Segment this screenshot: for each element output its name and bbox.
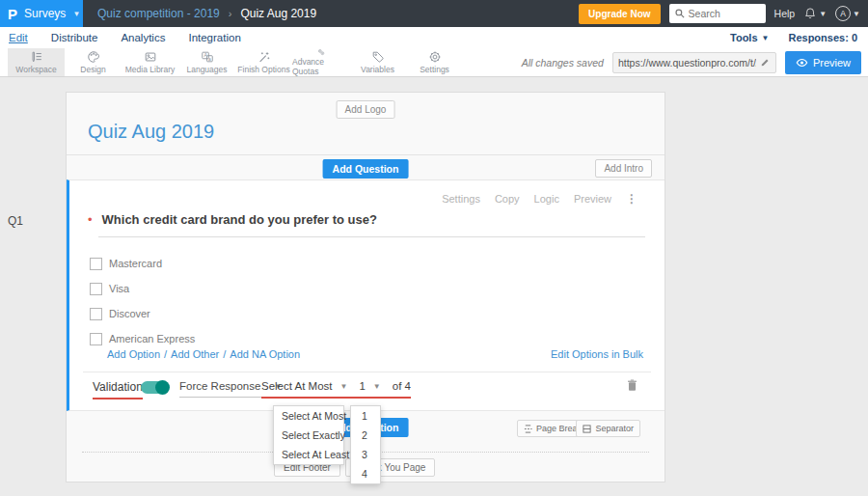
list-item: Mastercard [90,251,645,276]
workspace-canvas: Q1 Add Logo Quiz Aug 2019 Add Question A… [0,77,868,496]
toolbar-item-languages[interactable]: Aa Languages [178,48,235,76]
caret-down-icon: ▼ [853,10,860,18]
add-logo-button[interactable]: Add Logo [337,100,395,119]
breadcrumb-current-survey: Quiz Aug 2019 [240,7,316,20]
toggle-knob [155,380,170,395]
breadcrumb: Quiz competition - 2019 › Quiz Aug 2019 [97,7,316,20]
checkbox[interactable] [90,333,102,345]
nav-right: Tools▼ Responses: 0 [730,32,868,43]
design-icon [87,50,100,64]
settings-icon [428,50,442,64]
required-marker: • [88,213,93,226]
rule-count-dropdown[interactable]: 1 ▼ [359,380,380,392]
advance-quotas-icon [314,48,328,56]
header-divider [67,154,665,155]
menu-item-count-1[interactable]: 1 [351,406,380,426]
question-text[interactable]: Which credit card brand do you prefer to… [102,212,377,227]
validation-divider [83,372,651,372]
toolbar-right: All changes saved Preview [522,48,868,76]
media-library-icon [144,50,157,64]
tools-menu[interactable]: Tools▼ [730,32,769,43]
toolbar-item-workspace[interactable]: Workspace [8,48,65,76]
upgrade-now-button[interactable]: Upgrade Now [579,4,660,24]
toolbar-item-settings[interactable]: Settings [406,48,463,76]
question-divider [98,236,645,237]
topbar-actions: Upgrade Now Help ▼ A ▼ [579,4,868,24]
toolbar-item-finish-options[interactable]: Finish Options [235,48,292,76]
menu-item-count-4[interactable]: 4 [351,464,380,483]
rule-type-dropdown[interactable]: Select At Most ▼ [261,380,347,392]
toolbar-item-media-library[interactable]: Media Library [122,48,178,76]
account-menu[interactable]: A ▼ [835,6,860,21]
search-icon [674,8,686,19]
question-copy-link[interactable]: Copy [495,193,520,205]
svg-text:A: A [203,52,207,58]
tab-integration[interactable]: Integration [188,32,240,43]
languages-icon: Aa [201,50,214,64]
of-total-label: of 4 [393,380,411,392]
edit-url-pencil-icon[interactable] [760,57,771,68]
answer-options: Mastercard Visa Discover American Expres… [90,251,645,351]
rule-count-dropdown-menu: 1 2 3 4 [350,405,381,484]
section-nav: Edit Distribute Analytics Integration To… [0,27,868,48]
tab-analytics[interactable]: Analytics [121,32,165,43]
tab-distribute[interactable]: Distribute [51,32,98,43]
menu-item-select-exactly[interactable]: Select Exactly [274,426,343,445]
list-item: Visa [90,276,645,301]
list-item: Discover [90,301,645,326]
caret-down-icon: ▼ [373,382,381,391]
section-nav-links: Edit Distribute Analytics Integration [0,32,241,43]
questionpro-logo: P [8,6,17,22]
caret-down-icon: ▼ [819,10,827,18]
separator-button[interactable]: Separator [576,420,640,437]
editor-toolbar: Workspace Design Media Library Aa Langua… [0,48,868,77]
menu-item-select-at-most[interactable]: Select At Most [274,406,343,426]
toolbar-item-advance-quotas[interactable]: Advance Quotas [292,48,349,76]
survey-title[interactable]: Quiz Aug 2019 [88,121,214,143]
page-break-icon [524,425,532,433]
kebab-menu-icon[interactable]: ⋮ [626,192,637,206]
checkbox[interactable] [90,283,102,295]
preview-button[interactable]: Preview [785,51,861,74]
caret-down-icon: ▼ [762,34,770,42]
bell-icon [803,7,817,20]
trash-icon [626,378,638,392]
toolbar-item-variables[interactable]: Variables [349,48,406,76]
toolbar-item-design[interactable]: Design [65,48,122,76]
survey-url-input[interactable] [618,57,756,69]
add-other-link[interactable]: Add Other [171,348,219,360]
question-settings-link[interactable]: Settings [442,193,480,205]
responses-count-link[interactable]: Responses: 0 [788,32,857,43]
validation-toggle[interactable] [141,381,169,394]
surveys-product-menu[interactable]: P Surveys ▼ [0,0,83,27]
tab-edit[interactable]: Edit [9,32,28,43]
option-links-row: Add Option / Add Other / Add NA Option E… [107,348,643,360]
breadcrumb-folder[interactable]: Quiz competition - 2019 [97,7,220,20]
caret-down-icon: ▼ [340,382,348,391]
avatar: A [835,6,851,21]
variables-icon [371,50,385,64]
delete-question-button[interactable] [626,378,638,396]
checkbox[interactable] [90,308,102,320]
menu-item-select-at-least[interactable]: Select At Least [274,445,343,464]
validation-label: Validation [93,380,143,400]
autosave-status: All changes saved [522,57,604,69]
edit-options-in-bulk-link[interactable]: Edit Options in Bulk [551,348,643,360]
add-question-button-top[interactable]: Add Question [323,159,409,179]
add-option-link[interactable]: Add Option [107,348,160,360]
caret-down-icon: ▼ [72,10,80,18]
menu-item-count-2[interactable]: 2 [351,426,380,445]
top-bar: P Surveys ▼ Quiz competition - 2019 › Qu… [0,0,868,27]
finish-options-icon [258,50,271,64]
help-link[interactable]: Help [774,8,796,19]
question-logic-link[interactable]: Logic [534,193,559,205]
notifications-menu[interactable]: ▼ [803,7,827,20]
workspace-icon [30,50,43,64]
question-preview-link[interactable]: Preview [574,193,611,205]
menu-item-count-3[interactable]: 3 [351,445,380,464]
add-intro-button[interactable]: Add Intro [595,159,652,178]
checkbox[interactable] [90,258,102,270]
add-na-option-link[interactable]: Add NA Option [230,348,300,360]
survey-url-field [612,52,776,73]
global-search [669,4,766,23]
